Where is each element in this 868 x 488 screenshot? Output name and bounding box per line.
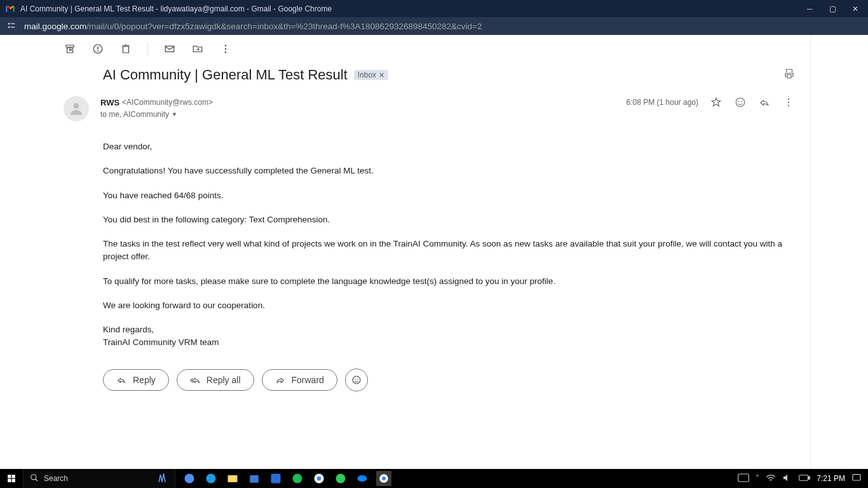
svg-point-27 bbox=[207, 474, 216, 484]
tray-battery-icon[interactable] bbox=[799, 474, 810, 484]
tray-volume-icon[interactable] bbox=[782, 473, 792, 484]
svg-point-35 bbox=[358, 475, 367, 482]
sender-info: RWS <AICommunity@rws.com> 6:08 PM (1 hou… bbox=[100, 96, 795, 121]
body-signature: TrainAI Community VRM team bbox=[103, 337, 219, 347]
taskbar-app-trello[interactable] bbox=[268, 471, 283, 486]
email-subject: AI Community | General ML Test Result bbox=[103, 67, 348, 83]
reply-button[interactable]: Reply bbox=[103, 369, 169, 391]
reply-all-button-label: Reply all bbox=[207, 375, 241, 385]
taskbar-app-chrome-active[interactable] bbox=[376, 471, 391, 486]
close-button[interactable]: ✕ bbox=[850, 4, 860, 13]
taskbar-app-green[interactable] bbox=[333, 471, 348, 486]
emoji-react-button[interactable] bbox=[345, 369, 368, 391]
taskbar-search-placeholder: Search bbox=[44, 474, 68, 483]
site-controls-icon[interactable] bbox=[6, 20, 17, 32]
taskbar-app-blue[interactable] bbox=[355, 471, 370, 486]
body-p1: Dear vendor, bbox=[103, 140, 795, 153]
tray-clock[interactable]: 7:21 PM bbox=[817, 474, 845, 483]
svg-point-12 bbox=[736, 98, 745, 107]
svg-point-6 bbox=[97, 50, 98, 51]
mark-unread-icon[interactable] bbox=[163, 43, 176, 55]
body-signoff: Kind regards, bbox=[103, 325, 154, 334]
chrome-addressbar: mail.google.com/mail/u/0/popout?ver=dfzx… bbox=[0, 17, 868, 35]
star-icon[interactable] bbox=[710, 96, 722, 109]
forward-button-label: Forward bbox=[292, 375, 324, 385]
svg-point-18 bbox=[353, 376, 360, 384]
svg-rect-30 bbox=[271, 474, 281, 484]
body-p5: The tasks in the test reflect very well … bbox=[103, 238, 795, 264]
svg-point-33 bbox=[317, 477, 322, 481]
reply-icon[interactable] bbox=[758, 96, 771, 109]
svg-rect-7 bbox=[165, 46, 174, 52]
svg-rect-24 bbox=[12, 479, 15, 482]
taskbar-app-spotify[interactable] bbox=[290, 471, 305, 486]
avatar[interactable] bbox=[64, 96, 89, 121]
sender-email: <AICommunity@rws.com> bbox=[122, 98, 213, 107]
move-to-icon[interactable] bbox=[191, 43, 204, 55]
svg-point-11 bbox=[74, 103, 79, 109]
svg-point-13 bbox=[738, 101, 740, 102]
sender-name: RWS bbox=[100, 98, 119, 107]
sender-block: RWS <AICommunity@rws.com> 6:08 PM (1 hou… bbox=[48, 87, 810, 121]
svg-rect-21 bbox=[8, 475, 11, 478]
svg-point-8 bbox=[225, 45, 226, 46]
report-spam-icon[interactable] bbox=[92, 43, 104, 55]
reply-all-button[interactable]: Reply all bbox=[177, 369, 254, 391]
svg-point-25 bbox=[31, 474, 36, 479]
svg-rect-29 bbox=[250, 475, 258, 483]
svg-point-14 bbox=[741, 101, 742, 102]
taskbar-app-edge[interactable] bbox=[203, 471, 219, 486]
delete-icon[interactable] bbox=[119, 43, 132, 55]
taskbar-app-copilot[interactable] bbox=[182, 471, 197, 486]
svg-point-19 bbox=[355, 378, 355, 379]
content-area: AI Community | General ML Test Result In… bbox=[0, 35, 868, 469]
svg-rect-40 bbox=[809, 476, 810, 478]
body-p3: You have reached 64/68 points. bbox=[103, 189, 795, 202]
svg-point-26 bbox=[185, 474, 194, 484]
gmail-favicon bbox=[5, 4, 15, 14]
svg-rect-3 bbox=[11, 27, 15, 27]
reply-actions-row: Reply Reply all Forward bbox=[48, 349, 810, 391]
system-tray: ˄ 7:21 PM bbox=[731, 469, 868, 488]
tray-keyboard-icon[interactable] bbox=[738, 473, 749, 484]
search-accent-icon bbox=[156, 471, 168, 486]
url-path: /mail/u/0/popout?ver=dfzx5zawigdk&search… bbox=[86, 22, 482, 31]
svg-point-10 bbox=[225, 51, 226, 53]
forward-button[interactable]: Forward bbox=[262, 369, 337, 391]
svg-rect-41 bbox=[853, 474, 860, 480]
taskbar-search[interactable]: Search bbox=[23, 469, 175, 488]
search-icon bbox=[30, 473, 39, 484]
label-chip-remove-icon[interactable]: ✕ bbox=[379, 71, 384, 79]
tray-notifications-icon[interactable] bbox=[851, 473, 862, 485]
label-chip[interactable]: Inbox ✕ bbox=[354, 70, 388, 80]
emoji-react-icon[interactable] bbox=[734, 96, 747, 109]
svg-rect-2 bbox=[11, 23, 15, 24]
svg-point-17 bbox=[788, 105, 789, 106]
email-pane: AI Community | General ML Test Result In… bbox=[48, 35, 811, 469]
maximize-button[interactable]: ▢ bbox=[827, 4, 837, 13]
body-p4: You did best in the following category: … bbox=[103, 214, 795, 226]
minimize-button[interactable]: ─ bbox=[804, 4, 815, 13]
svg-rect-28 bbox=[228, 475, 238, 482]
svg-point-31 bbox=[293, 474, 302, 484]
window-title: AI Community | General ML Test Result - … bbox=[20, 4, 804, 13]
taskbar-app-explorer[interactable] bbox=[225, 471, 240, 486]
print-icon[interactable] bbox=[783, 68, 795, 82]
svg-point-15 bbox=[788, 98, 789, 100]
body-p2: Congratulations! You have successfully c… bbox=[103, 165, 795, 177]
archive-icon[interactable] bbox=[64, 43, 76, 55]
tray-chevron-icon[interactable]: ˄ bbox=[756, 474, 759, 483]
body-p6: To qualify for more tasks, please make s… bbox=[103, 275, 795, 288]
taskbar-app-store[interactable] bbox=[247, 471, 262, 486]
start-button[interactable] bbox=[0, 469, 23, 488]
more-vert-icon[interactable] bbox=[782, 96, 795, 109]
tray-wifi-icon[interactable] bbox=[766, 473, 776, 484]
svg-point-34 bbox=[336, 474, 346, 484]
email-toolbar bbox=[48, 35, 810, 59]
subject-row: AI Community | General ML Test Result In… bbox=[48, 59, 810, 87]
url-text[interactable]: mail.google.com/mail/u/0/popout?ver=dfzx… bbox=[24, 22, 482, 31]
svg-point-20 bbox=[357, 378, 358, 379]
taskbar-app-chrome-1[interactable] bbox=[311, 471, 327, 486]
more-icon[interactable] bbox=[219, 43, 232, 55]
show-details-icon[interactable]: ▼ bbox=[172, 111, 177, 118]
